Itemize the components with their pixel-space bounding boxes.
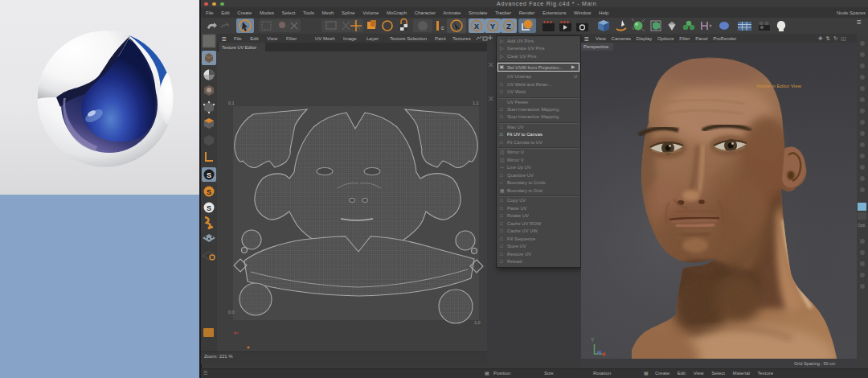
svg-text:0,1: 0,1: [228, 101, 235, 105]
svg-text:S: S: [207, 188, 211, 196]
svg-text:0,0: 0,0: [228, 310, 235, 314]
svg-text:Y: Y: [490, 23, 495, 31]
svg-text:1,1: 1,1: [473, 101, 479, 105]
svg-text:X: X: [474, 23, 479, 31]
svg-text:c: c: [441, 25, 444, 31]
svg-text:1,0: 1,0: [474, 320, 481, 325]
svg-text:Opti: Opti: [858, 223, 865, 228]
svg-text:Y: Y: [591, 337, 595, 343]
svg-text:S: S: [207, 204, 211, 212]
svg-text:Z: Z: [506, 23, 511, 31]
svg-text:S: S: [207, 171, 211, 179]
